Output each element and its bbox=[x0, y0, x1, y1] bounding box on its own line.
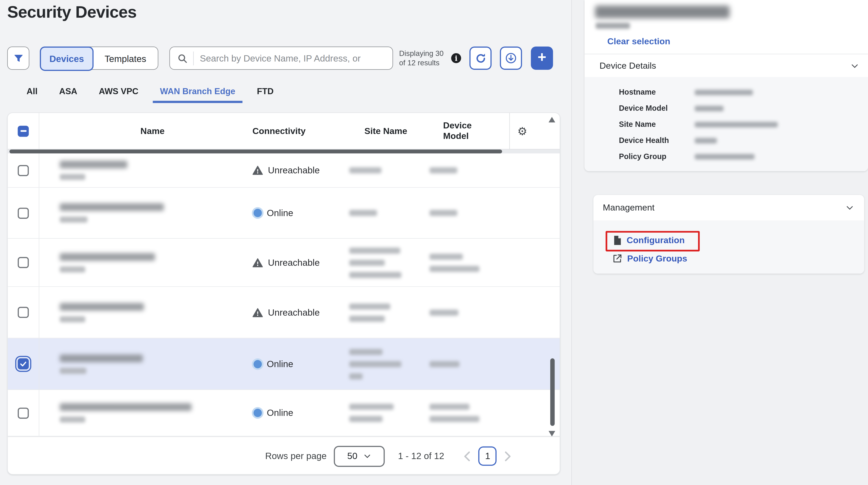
table-row[interactable]: Online bbox=[8, 188, 560, 239]
refresh-button[interactable] bbox=[469, 47, 492, 70]
field-label-hostname: Hostname bbox=[619, 88, 695, 96]
devices-toggle-button[interactable]: Devices bbox=[40, 47, 93, 71]
table-row[interactable]: Unreachable bbox=[8, 287, 560, 338]
site-name-redacted bbox=[349, 361, 401, 367]
horizontal-scrollbar-thumb[interactable] bbox=[9, 149, 502, 153]
row-checkbox[interactable] bbox=[18, 165, 29, 176]
field-value-redacted bbox=[695, 121, 778, 127]
connectivity-status: Unreachable bbox=[268, 257, 320, 268]
chevron-down-icon bbox=[363, 452, 371, 460]
field-value-redacted bbox=[695, 154, 754, 159]
rows-per-page-value: 50 bbox=[347, 451, 357, 461]
device-subtext-redacted bbox=[60, 417, 85, 423]
selected-device-name-redacted bbox=[595, 6, 730, 18]
select-all-checkbox[interactable] bbox=[18, 125, 29, 137]
table-row[interactable]: Unreachable bbox=[8, 239, 560, 287]
search-icon bbox=[177, 53, 188, 63]
filter-button[interactable] bbox=[7, 47, 29, 70]
device-name-redacted bbox=[60, 303, 144, 310]
connectivity-status: Online bbox=[267, 208, 293, 218]
device-name-redacted bbox=[60, 253, 155, 261]
column-connectivity[interactable]: Connectivity bbox=[252, 126, 306, 136]
search-box[interactable] bbox=[169, 47, 393, 70]
info-icon[interactable]: i bbox=[451, 53, 461, 63]
site-name-redacted bbox=[349, 210, 377, 216]
clear-selection-link[interactable]: Clear selection bbox=[607, 36, 670, 47]
unreachable-icon bbox=[252, 165, 263, 175]
indeterminate-mark bbox=[20, 130, 26, 131]
field-value-redacted bbox=[695, 138, 717, 143]
column-settings-gear-icon[interactable]: ⚙ bbox=[518, 124, 527, 138]
device-subtext-redacted bbox=[60, 266, 85, 272]
configuration-link[interactable]: Configuration bbox=[613, 235, 685, 245]
device-subtext-redacted bbox=[60, 368, 86, 373]
external-link-icon bbox=[612, 254, 622, 264]
search-input[interactable] bbox=[200, 53, 393, 63]
search-divider bbox=[193, 51, 194, 65]
scrollbar-up-arrow[interactable] bbox=[549, 117, 555, 122]
field-label-device-health: Device Health bbox=[619, 136, 695, 145]
view-toggle: Devices Templates bbox=[40, 47, 158, 70]
tab-all[interactable]: All bbox=[20, 82, 45, 103]
policy-groups-link[interactable]: Policy Groups bbox=[612, 254, 687, 264]
refresh-icon bbox=[475, 52, 486, 64]
device-side-panel: Clear selection Device Details Hostname … bbox=[572, 0, 868, 485]
device-subtext-redacted bbox=[60, 316, 85, 322]
management-header[interactable]: Management bbox=[593, 195, 864, 220]
add-device-button[interactable]: + bbox=[531, 47, 553, 70]
table-row[interactable]: Unreachable bbox=[8, 153, 560, 188]
row-checkbox[interactable] bbox=[18, 407, 29, 419]
field-label-policy-group: Policy Group bbox=[619, 152, 695, 161]
device-summary-card: Clear selection Device Details Hostname … bbox=[585, 0, 868, 171]
column-site-name[interactable]: Site Name bbox=[365, 126, 407, 136]
plus-icon: + bbox=[537, 49, 546, 66]
row-checkbox[interactable] bbox=[18, 307, 29, 318]
row-checkbox[interactable] bbox=[18, 257, 29, 268]
device-name-redacted bbox=[60, 403, 191, 411]
device-model-redacted bbox=[430, 253, 463, 260]
horizontal-scrollbar[interactable] bbox=[8, 149, 560, 153]
device-model-redacted bbox=[430, 309, 458, 315]
vertical-scrollbar-thumb[interactable] bbox=[550, 358, 555, 426]
device-model-redacted bbox=[430, 266, 479, 272]
download-icon bbox=[505, 52, 517, 64]
tab-asa[interactable]: ASA bbox=[52, 82, 84, 103]
tab-aws-vpc[interactable]: AWS VPC bbox=[92, 82, 146, 103]
toolbar: Devices Templates Displaying 30 of 12 re… bbox=[7, 47, 553, 70]
next-page-button[interactable] bbox=[505, 451, 512, 462]
management-body: Configuration Policy Groups bbox=[593, 220, 864, 274]
chevron-down-icon[interactable] bbox=[845, 203, 854, 212]
site-name-redacted bbox=[349, 260, 384, 266]
column-name[interactable]: Name bbox=[141, 126, 164, 136]
unreachable-icon bbox=[252, 308, 263, 317]
unreachable-icon bbox=[252, 258, 263, 267]
table-row-selected[interactable]: Online bbox=[8, 338, 560, 390]
column-device-model[interactable]: Device Model bbox=[443, 121, 496, 141]
row-checkbox[interactable] bbox=[18, 207, 29, 218]
prev-page-button[interactable] bbox=[464, 451, 471, 462]
page-title: Security Devices bbox=[7, 3, 136, 22]
templates-toggle-button[interactable]: Templates bbox=[93, 47, 158, 70]
device-model-redacted bbox=[430, 361, 460, 367]
devices-table: Name Connectivity Site Name Device Model… bbox=[7, 113, 560, 475]
download-button[interactable] bbox=[500, 47, 522, 70]
scrollbar-down-arrow[interactable] bbox=[549, 431, 555, 436]
device-model-redacted bbox=[430, 167, 457, 173]
selected-device-subtext-redacted bbox=[596, 23, 630, 29]
rows-per-page-select[interactable]: 50 bbox=[334, 446, 385, 467]
table-row[interactable]: Online bbox=[8, 390, 560, 436]
device-subtext-redacted bbox=[60, 174, 85, 180]
page-1-button[interactable]: 1 bbox=[478, 446, 497, 466]
field-value-redacted bbox=[695, 89, 753, 95]
chevron-down-icon[interactable] bbox=[850, 61, 859, 70]
site-name-redacted bbox=[349, 416, 382, 422]
security-devices-page: Security Devices Devices Templates Displ… bbox=[0, 0, 868, 485]
device-subtext-redacted bbox=[60, 217, 87, 222]
table-body: Unreachable Online bbox=[8, 153, 560, 436]
device-details-header[interactable]: Device Details bbox=[585, 54, 868, 77]
tab-wan-branch-edge[interactable]: WAN Branch Edge bbox=[153, 82, 242, 103]
online-icon bbox=[253, 409, 262, 417]
row-checkbox-checked[interactable] bbox=[18, 358, 29, 370]
field-label-site-name: Site Name bbox=[619, 120, 695, 128]
tab-ftd[interactable]: FTD bbox=[250, 82, 281, 103]
